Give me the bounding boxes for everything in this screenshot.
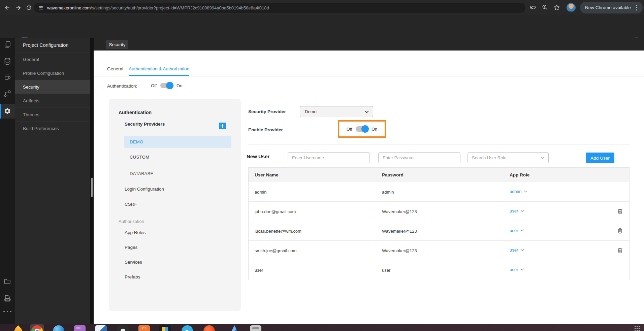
user-role-select[interactable]: Search User Role: [468, 152, 549, 163]
provider-item-database[interactable]: DATABASE: [130, 171, 154, 176]
authorization-section-header: Authorization: [119, 219, 144, 224]
add-provider-button[interactable]: [219, 123, 226, 129]
authentication-toggle[interactable]: [160, 83, 173, 88]
authentication-label: Authentication:: [107, 84, 137, 89]
tab-general[interactable]: General: [107, 66, 123, 76]
role-dropdown[interactable]: user: [510, 208, 524, 213]
prefabs-item[interactable]: Prefabs: [125, 274, 140, 279]
browser-menu-icon[interactable]: [636, 5, 637, 10]
java-services-icon[interactable]: [4, 73, 11, 80]
provider-item-custom[interactable]: CUSTOM: [130, 155, 150, 160]
cell-password: Wavemaker@123: [382, 209, 417, 214]
dock-thunderbird-icon[interactable]: [53, 325, 64, 331]
dock-software-store-icon[interactable]: [138, 325, 150, 331]
toggle-off-label: Off: [347, 127, 352, 132]
dock-separator: [222, 326, 222, 331]
users-table: User Name Password App Role admin admin …: [248, 167, 630, 280]
settings-sidebar: Project Configuration General Profile Co…: [15, 38, 90, 324]
chrome-update-button[interactable]: New Chrome available: [580, 2, 643, 13]
sidebar-item-build-preferences[interactable]: Build Preferences: [15, 121, 90, 135]
reload-icon[interactable]: [26, 4, 32, 11]
tab-authentication-authorization[interactable]: Authentication & Authorization: [129, 66, 189, 76]
dock-files-icon[interactable]: [74, 325, 86, 331]
pages-icon[interactable]: [4, 41, 11, 48]
back-icon[interactable]: [4, 4, 11, 11]
delete-user-icon[interactable]: [617, 247, 623, 253]
dock-telegram-icon[interactable]: [182, 325, 193, 331]
sidebar-item-artifacts[interactable]: Artifacts: [15, 94, 90, 107]
dock-red-app-icon[interactable]: [203, 325, 215, 331]
toggle-on-label: On: [176, 83, 182, 88]
sidebar-item-general[interactable]: General: [15, 52, 90, 66]
os-taskbar: [0, 324, 644, 331]
table-row: user user user: [249, 260, 629, 280]
login-configuration-item[interactable]: Login Configuration: [125, 187, 164, 192]
dock-camera-icon[interactable]: [117, 325, 129, 331]
table-row: smith.joe@gmail.com Wavemaker@123 user: [249, 241, 629, 260]
forward-icon[interactable]: [15, 4, 22, 11]
gear-icon: [4, 107, 11, 115]
folder-icon[interactable]: [4, 278, 11, 285]
security-providers-label[interactable]: Security Providers: [125, 122, 165, 127]
show-applications-icon[interactable]: [635, 326, 640, 331]
cell-username: user: [255, 268, 263, 273]
security-provider-select[interactable]: Demo: [300, 106, 373, 117]
role-dropdown[interactable]: user: [510, 247, 524, 253]
chevron-down-icon: [365, 110, 369, 113]
bookmark-star-icon[interactable]: [553, 4, 560, 11]
chevron-down-icon: [520, 249, 524, 251]
url-text: wavemakeronline.com/s/settings/security/…: [47, 5, 269, 10]
provider-item-demo-selected[interactable]: DEMO: [124, 136, 231, 148]
module-rail: LOG: [0, 38, 15, 324]
col-approle: App Role: [510, 172, 529, 177]
authentication-toggle-row: Off On: [151, 83, 182, 88]
more-options-icon[interactable]: [3, 311, 11, 312]
csrf-item[interactable]: CSRF: [125, 202, 137, 207]
dock-flame-app-icon[interactable]: [12, 325, 24, 331]
security-page-tab[interactable]: Security: [106, 40, 128, 49]
address-bar[interactable]: wavemakeronline.com/s/settings/security/…: [34, 3, 525, 13]
dock-wps-icon[interactable]: [159, 325, 171, 331]
table-row: john.doe@gmail.com Wavemaker@123 user: [249, 202, 629, 221]
dock-editor-icon[interactable]: [95, 325, 107, 331]
password-input[interactable]: [378, 152, 460, 163]
username-input[interactable]: [288, 152, 370, 163]
sidebar-scrollbar[interactable]: [90, 38, 94, 324]
col-username: User Name: [255, 172, 279, 177]
security-config-panel: Authentication Security Providers DEMO C…: [109, 99, 241, 311]
delete-user-icon[interactable]: [617, 228, 623, 234]
dock-triangle-app-icon[interactable]: [229, 325, 240, 331]
add-user-button[interactable]: Add User: [586, 153, 614, 163]
new-user-label: New User: [247, 154, 269, 159]
security-settings-content: General Authentication & Authorization A…: [94, 51, 644, 324]
enable-provider-highlight-box: Off On: [338, 120, 386, 138]
database-icon[interactable]: [4, 58, 11, 65]
chevron-down-icon: [520, 268, 524, 271]
services-item[interactable]: Services: [125, 260, 142, 265]
log-file-icon[interactable]: LOG: [4, 295, 11, 302]
section-divider: [248, 144, 630, 144]
site-controls-icon[interactable]: [38, 5, 44, 10]
cell-password: Wavemaker@123: [382, 248, 417, 253]
zoom-icon[interactable]: [542, 4, 548, 11]
chrome-update-label: New Chrome available: [585, 5, 631, 10]
role-dropdown[interactable]: user: [510, 267, 524, 272]
sidebar-item-security[interactable]: Security: [15, 80, 90, 94]
delete-user-icon[interactable]: [617, 208, 623, 214]
dock-archive-app-icon[interactable]: [250, 325, 261, 331]
role-dropdown[interactable]: admin: [510, 189, 527, 194]
scrollbar-thumb[interactable]: [91, 178, 93, 197]
password-key-icon[interactable]: [529, 4, 536, 11]
sidebar-item-themes[interactable]: Themes: [15, 107, 90, 121]
pages-item[interactable]: Pages: [125, 245, 137, 250]
settings-rail-item-active[interactable]: [0, 104, 15, 119]
app-roles-item[interactable]: App Roles: [125, 230, 146, 235]
api-orchestration-icon[interactable]: [4, 90, 11, 97]
sidebar-title: Project Configuration: [15, 38, 90, 52]
cell-password: admin: [382, 190, 394, 195]
role-dropdown[interactable]: user: [510, 228, 524, 233]
browser-profile-avatar[interactable]: [567, 3, 576, 12]
cell-username: john.doe@gmail.com: [255, 209, 296, 214]
sidebar-item-profile-configuration[interactable]: Profile Configuration: [15, 66, 90, 80]
enable-provider-toggle[interactable]: [356, 126, 368, 132]
